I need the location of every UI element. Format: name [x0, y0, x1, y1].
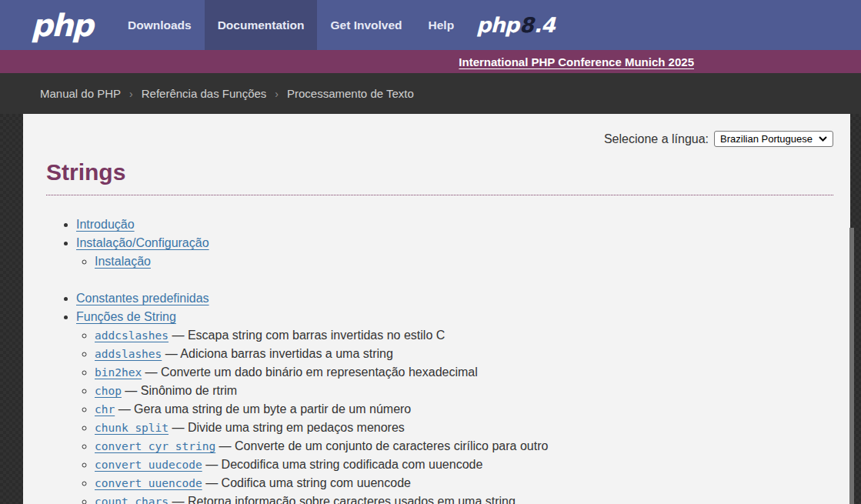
language-select-value: Brazilian Portuguese	[720, 133, 813, 145]
breadcrumb-link[interactable]: Processamento de Texto	[287, 87, 414, 100]
language-select[interactable]: Brazilian Portuguese	[714, 131, 833, 147]
toc-subitem: chunk_split — Divide uma string em pedaç…	[95, 419, 833, 437]
toc-list: IntroduçãoInstalação/ConfiguraçãoInstala…	[40, 215, 833, 504]
toc-subitem: Instalação	[95, 252, 833, 271]
function-link[interactable]: chr	[95, 403, 115, 416]
nav-item-downloads[interactable]: Downloads	[115, 0, 205, 50]
function-link[interactable]: convert_uudecode	[95, 459, 202, 471]
function-link[interactable]: addcslashes	[95, 329, 169, 342]
language-label: Selecione a língua:	[604, 132, 709, 146]
nav-item-help[interactable]: Help	[415, 0, 468, 50]
function-link[interactable]: chunk_split	[95, 422, 169, 434]
function-link[interactable]: convert_cyr_string	[95, 440, 215, 452]
version-logo-eight: 8	[519, 13, 534, 37]
function-description: — Adiciona barras invertidas a uma strin…	[162, 347, 393, 360]
function-description: — Converte de um conjunto de caracteres …	[215, 439, 548, 452]
breadcrumb-separator: ›	[266, 88, 287, 100]
conference-link[interactable]: International PHP Conference Munich 2025	[459, 55, 694, 68]
toc-link[interactable]: Funções de String	[76, 310, 176, 323]
toc-link[interactable]: Introdução	[76, 218, 135, 231]
toc-subitem: convert_uudecode — Decodifica uma string…	[95, 456, 833, 474]
function-link[interactable]: bin2hex	[95, 366, 142, 379]
php84-version-logo[interactable]: php8.4	[476, 0, 555, 50]
function-description: — Retorna informação sobre caracteres us…	[169, 495, 516, 504]
function-link[interactable]: convert_uuencode	[95, 477, 202, 489]
toc-item: Instalação/ConfiguraçãoInstalação	[76, 234, 833, 271]
function-description: — Sinônimo de rtrim	[122, 384, 237, 397]
function-description: — Divide uma string em pedaços menores	[169, 421, 405, 434]
version-logo-php: php	[476, 13, 519, 37]
chevron-down-icon	[819, 136, 827, 142]
toc-subitem: chop — Sinônimo de rtrim	[95, 382, 833, 400]
function-link[interactable]: count_chars	[95, 496, 169, 504]
toc-sublist: Instalação	[76, 252, 833, 271]
function-description: — Gera uma string de um byte a partir de…	[115, 402, 411, 416]
conference-banner: International PHP Conference Munich 2025	[0, 50, 861, 73]
breadcrumb: Manual do PHP›Referência das Funções›Pro…	[0, 73, 861, 114]
function-link[interactable]: chop	[95, 385, 122, 397]
content-card: Selecione a língua: Brazilian Portuguese…	[23, 114, 850, 504]
function-description: — Converte um dado binário em representa…	[142, 365, 478, 379]
toc-subitem: addcslashes — Escapa string com barras i…	[95, 326, 833, 345]
nav-menu: DownloadsDocumentationGet InvolvedHelp	[115, 0, 467, 50]
toc-subitem: bin2hex — Converte um dado binário em re…	[95, 363, 833, 382]
breadcrumb-separator: ›	[121, 88, 142, 100]
toc-item: Introdução	[76, 215, 833, 234]
function-link[interactable]: addslashes	[95, 348, 162, 360]
title-divider	[46, 195, 833, 195]
breadcrumb-trail: Manual do PHP›Referência das Funções›Pro…	[40, 87, 414, 100]
toc-link[interactable]: Constantes predefinidas	[76, 292, 209, 305]
toc-item: Funções de Stringaddcslashes — Escapa st…	[76, 308, 833, 504]
function-description: — Escapa string com barras invertidas no…	[169, 329, 445, 342]
scrollbar-thumb[interactable]	[849, 228, 854, 504]
breadcrumb-link[interactable]: Referência das Funções	[142, 87, 267, 100]
toc-sublist: addcslashes — Escapa string com barras i…	[76, 326, 833, 504]
nav-item-get-involved[interactable]: Get Involved	[317, 0, 415, 50]
toc-subitem: chr — Gera uma string de um byte a parti…	[95, 400, 833, 419]
toc-subitem: addslashes — Adiciona barras invertidas …	[95, 345, 833, 363]
toc-subitem: count_chars — Retorna informação sobre c…	[95, 492, 833, 504]
language-row: Selecione a língua: Brazilian Portuguese	[40, 131, 833, 147]
toc-subitem: convert_uuencode — Codifica uma string c…	[95, 474, 833, 492]
toc-link[interactable]: Instalação/Configuração	[76, 236, 209, 249]
page-background: Selecione a língua: Brazilian Portuguese…	[0, 114, 861, 504]
toc-subitem: convert_cyr_string — Converte de um conj…	[95, 437, 833, 456]
toc-item: Constantes predefinidas	[76, 289, 833, 308]
function-description: — Codifica uma string com uuencode	[202, 476, 411, 489]
function-description: — Decodifica uma string codificada com u…	[202, 458, 483, 471]
php-logo[interactable]: php	[0, 0, 115, 50]
page-title: Strings	[46, 159, 833, 185]
toc-link[interactable]: Instalação	[95, 255, 151, 268]
version-logo-minor: .4	[534, 13, 555, 37]
top-nav: php DownloadsDocumentationGet InvolvedHe…	[0, 0, 861, 50]
breadcrumb-link[interactable]: Manual do PHP	[40, 87, 121, 100]
nav-item-documentation[interactable]: Documentation	[205, 0, 318, 50]
